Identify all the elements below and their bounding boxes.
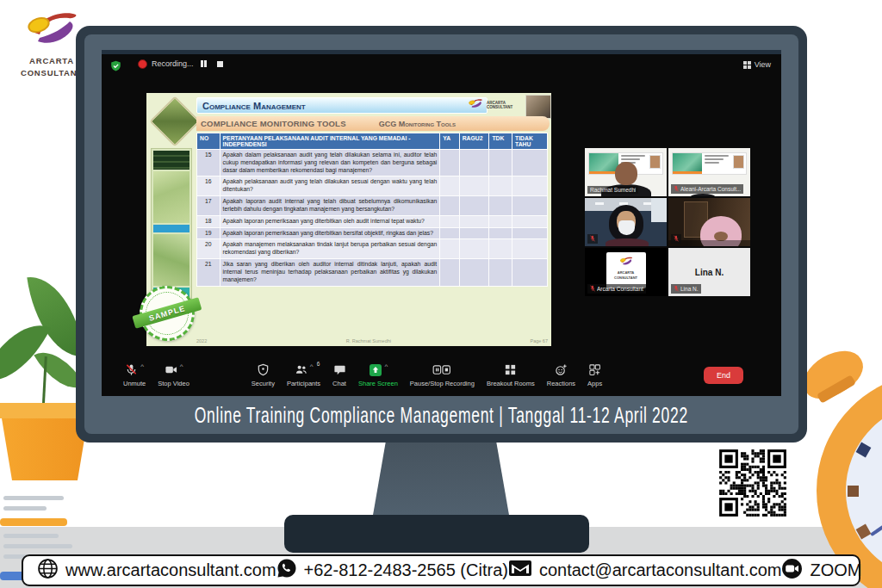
- answer-cell: [459, 150, 489, 176]
- reactions-icon: [555, 363, 568, 378]
- participant-tile-lina-n[interactable]: Lina N.Lina N.: [668, 248, 750, 296]
- chat-icon: [333, 363, 346, 378]
- muted-mic-icon: [590, 235, 595, 243]
- banner-art: [673, 153, 702, 174]
- recording-label: Recording...: [152, 59, 194, 68]
- strip-image: [153, 234, 189, 286]
- chevron-up-icon[interactable]: ^: [180, 363, 183, 370]
- answer-cell: [459, 196, 489, 216]
- toolbar-stop-video[interactable]: ^Stop Video: [152, 363, 196, 387]
- participant-name: Aleani-Arcarta Consult...: [680, 186, 741, 192]
- participant-tile-arcarta-consultant[interactable]: ARCARTACONSULTANTArcarta Consultant: [585, 248, 667, 296]
- platform-item: ZOOM: [781, 558, 861, 584]
- question-cell: Jika saran yang diberikan oleh auditor i…: [220, 259, 440, 286]
- monitor-screen: Recording... View Compliance Management: [102, 50, 781, 396]
- toolbar-chat[interactable]: Chat: [326, 363, 352, 387]
- apps-icon: [588, 363, 601, 378]
- pause-recording-button[interactable]: [198, 59, 210, 69]
- participant-tile-video-4[interactable]: [668, 198, 750, 246]
- logo-card: ARCARTACONSULTANT: [606, 252, 646, 288]
- view-label: View: [755, 60, 771, 69]
- toolbar-reactions[interactable]: Reactions: [541, 363, 581, 387]
- slide-corner-image: [150, 95, 195, 145]
- toolbar-unmute[interactable]: ^Unmute: [117, 363, 152, 387]
- table-row: 20Apakah manajemen melaksanakan tindak l…: [197, 239, 548, 259]
- slide-logo-line2: CONSULTANT: [487, 105, 512, 109]
- recording-dot-icon: [138, 59, 147, 69]
- participants-strip: Rachmat SumedhiAleani-Arcarta Consult...…: [585, 148, 750, 296]
- answer-cell: [489, 227, 512, 239]
- shield-icon: [257, 363, 270, 378]
- question-cell: Apakah manajemen melaksanakan tindak lan…: [220, 239, 440, 259]
- toolbar-pause-stop-recording[interactable]: Pause/Stop Recording: [404, 363, 481, 387]
- participant-tile-aleani-arcarta-consult[interactable]: Aleani-Arcarta Consult...: [668, 148, 750, 196]
- participant-name: Arcarta Consultant: [597, 286, 643, 292]
- answer-cell: [489, 150, 512, 176]
- row-number-cell: 15: [197, 150, 220, 176]
- table-header-col-5: TIDAK TAHU: [512, 133, 548, 150]
- chevron-up-icon[interactable]: ^: [385, 363, 388, 370]
- email-icon: [508, 559, 532, 582]
- question-cell: Apakah laporan pemeriksaan yang diterbit…: [220, 215, 440, 227]
- participant-name: Lina N.: [680, 286, 699, 292]
- toolbar-item-label: Share Screen: [358, 380, 398, 387]
- toolbar-item-label: Reactions: [547, 380, 575, 387]
- end-meeting-button[interactable]: End: [704, 367, 743, 384]
- participant-shirt: [606, 238, 649, 246]
- participant-shoulders: [690, 194, 716, 196]
- table-header-row: NOPERTANYAAN PELAKSANAAN AUDIT INTERNAL …: [197, 133, 548, 150]
- stop-recording-button[interactable]: [214, 59, 227, 69]
- participant-tile-video-3[interactable]: [585, 198, 667, 246]
- participants-count-badge: 6: [317, 361, 320, 367]
- slide-side-strip: [151, 148, 192, 300]
- phone-item: +62-812-2483-2565 (Citra): [276, 558, 508, 583]
- muted-mic-icon: [674, 235, 679, 243]
- paper-highlight: [0, 518, 67, 526]
- view-button[interactable]: View: [743, 60, 771, 69]
- participants-icon: 6^: [295, 363, 314, 378]
- toolbar-item-label: Security: [252, 380, 275, 387]
- caption-text: Online Training Compliance Management | …: [195, 403, 688, 428]
- paper-line: [3, 496, 64, 500]
- slide-subtitle-band: COMPLIANCE MONITORING TOOLS GCG Monitori…: [196, 116, 550, 131]
- speaker-photo: [525, 95, 551, 119]
- toolbar-share-screen[interactable]: ^Share Screen: [352, 363, 404, 387]
- monitor-caption: Online Training Compliance Management | …: [102, 396, 781, 434]
- answer-cell: [512, 215, 548, 227]
- participant-name-label: Lina N.: [671, 284, 701, 294]
- banner-portrait: [649, 155, 661, 169]
- banner-graphic: [672, 152, 747, 175]
- toolbar-participants[interactable]: 6^Participants: [281, 363, 326, 387]
- question-cell: Apakah laporan audit internal yang telah…: [220, 196, 440, 216]
- shared-presentation-slide: Compliance Management ARCARTA CONSULTANT…: [146, 93, 551, 346]
- website-text: www.arcartaconsultant.com: [65, 560, 276, 580]
- toolbar-item-label: Participants: [287, 380, 320, 387]
- whatsapp-icon: [276, 558, 297, 583]
- toolbar-security[interactable]: Security: [245, 363, 281, 387]
- email-item: contact@arcartaconsultant.com: [508, 559, 782, 582]
- chevron-up-icon[interactable]: ^: [140, 363, 144, 370]
- recording-controls-icon: [432, 363, 451, 378]
- answer-cell: [489, 215, 512, 227]
- toolbar-item-label: Chat: [332, 380, 346, 387]
- participant-tile-rachmat-sumedhi[interactable]: Rachmat Sumedhi: [585, 148, 667, 196]
- slide-footer-page: Page 67: [531, 338, 549, 344]
- muted-mic-icon: [674, 285, 679, 293]
- toolbar-item-label: Stop Video: [158, 380, 189, 387]
- row-number-cell: 17: [197, 196, 220, 216]
- muted-mic-icon: [674, 185, 679, 193]
- toolbar-breakout-rooms[interactable]: Breakout Rooms: [481, 363, 541, 387]
- breakout-rooms-icon: [504, 363, 517, 378]
- qr-code: [715, 445, 794, 524]
- slide-footer: 2022 R. Rachmat Sumedhi Page 67: [196, 338, 548, 344]
- answer-cell: [512, 259, 548, 286]
- table-row: 15Apakah dalam pelaksanaan audit yang te…: [197, 150, 548, 176]
- answer-cell: [440, 150, 459, 176]
- answer-cell: [440, 196, 459, 216]
- row-number-cell: 20: [197, 239, 220, 259]
- face-mask: [618, 220, 635, 235]
- question-table-wrap: NOPERTANYAAN PELAKSANAAN AUDIT INTERNAL …: [196, 133, 550, 332]
- toolbar-apps[interactable]: Apps: [581, 363, 608, 387]
- chevron-up-icon[interactable]: ^: [310, 363, 314, 370]
- arcarta-logo-icon: [467, 97, 484, 114]
